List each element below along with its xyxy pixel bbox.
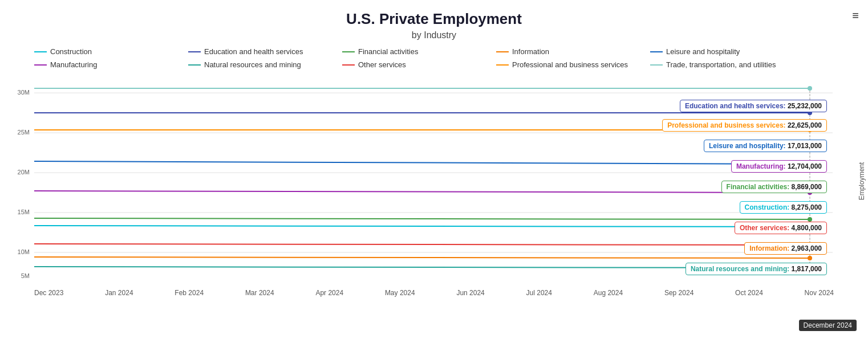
svg-text:5M: 5M [21,272,30,279]
x-axis-label: Feb 2024 [175,289,204,297]
svg-point-26 [808,217,812,222]
svg-line-17 [34,226,810,227]
legend-item-financial-activities: Financial activities [342,47,496,56]
legend-line [342,64,355,66]
x-axis: Dec 2023Jan 2024Feb 2024Mar 2024Apr 2024… [0,287,868,297]
svg-text:30M: 30M [18,89,30,96]
svg-line-16 [34,218,810,219]
svg-line-19 [34,257,810,258]
dec-2024-label: December 2024 [799,320,857,331]
tooltip-construction: Construction: 8,275,000 [740,201,827,214]
title-area: U.S. Private Employment by Industry [0,0,868,40]
chart-container: ≡ U.S. Private Employment by Industry Co… [0,0,868,347]
legend-label: Other services [358,60,406,69]
sub-title: by Industry [0,30,868,40]
legend-item-manufacturing: Manufacturing [34,60,188,69]
legend-label: Information [512,47,549,56]
x-axis-label: Mar 2024 [245,289,274,297]
x-axis-label: Nov 2024 [805,289,834,297]
tooltip-leisure: Leisure and hospitality: 17,013,000 [704,140,827,152]
legend-label: Professional and business services [512,60,628,69]
tooltip-professional: Professional and business services: 22,6… [662,119,827,132]
legend-line [34,64,47,66]
x-axis-label: Aug 2024 [594,289,623,297]
legend-item-information: Information [496,47,650,56]
legend-area: ConstructionEducation and health service… [0,40,868,71]
legend-item-trade,-transportation,-and-utilities: Trade, transportation, and utilities [650,60,804,69]
legend-label: Leisure and hospitality [666,47,740,56]
x-axis-label: Apr 2024 [315,289,343,297]
svg-text:20M: 20M [18,169,30,175]
main-title: U.S. Private Employment [0,10,868,28]
legend-item-education-and-health-services: Education and health services [188,47,342,56]
legend-line [650,51,663,52]
legend-label: Education and health services [204,47,303,56]
legend-label: Manufacturing [50,60,97,69]
svg-text:10M: 10M [18,248,30,255]
svg-point-29 [808,256,812,260]
legend-item-construction: Construction [34,47,188,56]
legend-label: Financial activities [358,47,419,56]
legend-line [496,51,509,52]
tooltip-information: Information: 2,963,000 [744,242,827,255]
legend-line [342,51,355,52]
legend-line [188,64,201,66]
hamburger-menu[interactable]: ≡ [852,9,859,22]
tooltip-other: Other services: 4,800,000 [735,222,827,234]
legend-item-professional-and-business-services: Professional and business services [496,60,650,69]
tooltip-natural: Natural resources and mining: 1,817,000 [686,263,827,275]
legend-line [34,51,47,52]
x-axis-label: Dec 2023 [34,289,63,297]
y-axis-label: Employment [858,162,866,201]
svg-line-14 [34,161,810,164]
x-axis-label: May 2024 [385,289,415,297]
x-axis-label: Sep 2024 [664,289,693,297]
svg-text:25M: 25M [18,129,30,136]
tooltip-education: Education and health services: 25,232,00… [680,100,827,112]
tooltip-financial: Financial activities: 8,869,000 [721,181,827,193]
legend-item-leisure-and-hospitality: Leisure and hospitality [650,47,804,56]
x-axis-label: Jun 2024 [456,289,484,297]
chart-area: 30M 25M 20M 15M 10M 5M [0,76,868,287]
svg-point-31 [808,86,812,91]
svg-line-18 [34,244,810,245]
svg-text:15M: 15M [18,209,30,215]
x-axis-label: Jul 2024 [526,289,552,297]
legend-line [188,51,201,52]
x-axis-label: Oct 2024 [735,289,763,297]
legend-label: Construction [50,47,92,56]
legend-line [496,64,509,66]
legend-item-other-services: Other services [342,60,496,69]
x-axis-label: Jan 2024 [105,289,133,297]
legend-label: Natural resources and mining [204,60,301,69]
legend-label: Trade, transportation, and utilities [666,60,776,69]
tooltip-manufacturing: Manufacturing: 12,704,000 [731,160,827,173]
legend-line [650,64,663,66]
svg-line-15 [34,191,810,193]
legend-item-natural-resources-and-mining: Natural resources and mining [188,60,342,69]
